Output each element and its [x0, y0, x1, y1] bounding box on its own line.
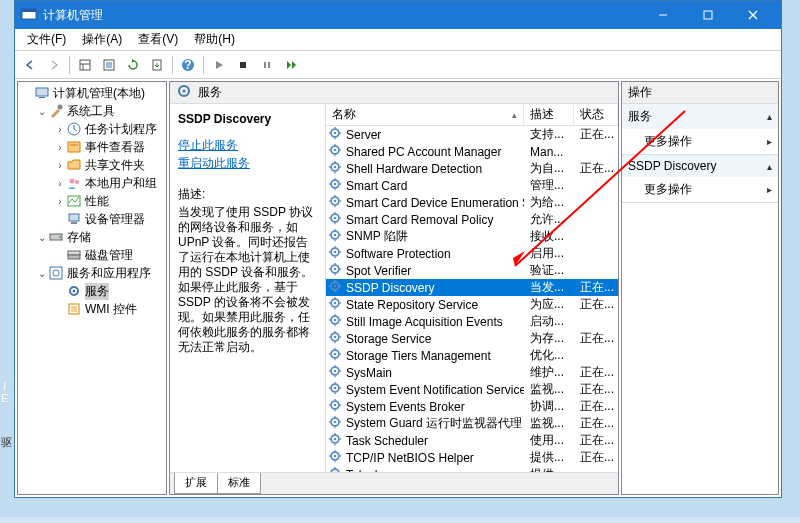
svg-point-91 — [334, 268, 337, 271]
service-name: Storage Tiers Management — [346, 349, 491, 363]
menubar: 文件(F) 操作(A) 查看(V) 帮助(H) — [15, 29, 781, 51]
service-row[interactable]: State Repository Service为应...正在... — [326, 296, 618, 313]
list-body[interactable]: Server支持...正在...Shared PC Account Manage… — [326, 126, 618, 472]
menu-help[interactable]: 帮助(H) — [186, 29, 243, 50]
actions-more-services[interactable]: 更多操作▸ — [622, 129, 778, 154]
minimize-button[interactable] — [640, 1, 685, 29]
svg-point-109 — [334, 319, 337, 322]
service-row[interactable]: System Guard 运行时监视器代理监视...正在... — [326, 415, 618, 432]
svg-point-79 — [334, 234, 337, 237]
help-button[interactable]: ? — [177, 54, 199, 76]
restart-service-link[interactable]: 重启动此服务 — [178, 154, 319, 172]
service-row[interactable]: Spot Verifier验证... — [326, 262, 618, 279]
tree-task-scheduler[interactable]: ›任务计划程序 — [18, 120, 166, 138]
service-name: Spot Verifier — [346, 264, 411, 278]
gear-icon — [328, 245, 346, 262]
app-icon — [21, 7, 37, 23]
menu-action[interactable]: 操作(A) — [74, 29, 130, 50]
service-row[interactable]: Shell Hardware Detection为自...正在... — [326, 160, 618, 177]
svg-point-31 — [59, 236, 61, 238]
forward-button[interactable] — [43, 54, 65, 76]
service-row[interactable]: Still Image Acquisition Events启动... — [326, 313, 618, 330]
column-status[interactable]: 状态 — [574, 104, 618, 125]
stop-service-link[interactable]: 停止此服务 — [178, 136, 319, 154]
service-name: Still Image Acquisition Events — [346, 315, 503, 329]
actions-pane: 操作 服务▴ 更多操作▸ SSDP Discovery▴ 更多操作▸ — [621, 81, 779, 495]
service-row[interactable]: Smart Card Device Enumeration Service为给.… — [326, 194, 618, 211]
tree-wmi[interactable]: WMI 控件 — [18, 300, 166, 318]
start-service-button[interactable] — [208, 54, 230, 76]
svg-rect-3 — [704, 11, 712, 19]
service-row[interactable]: Storage Service为存...正在... — [326, 330, 618, 347]
actions-section-services[interactable]: 服务▴ — [622, 104, 778, 129]
tree-system-tools[interactable]: ⌄系统工具 — [18, 102, 166, 120]
service-name: Shell Hardware Detection — [346, 162, 482, 176]
gear-icon — [328, 177, 346, 194]
computer-management-window: 计算机管理 文件(F) 操作(A) 查看(V) 帮助(H) ? 计算机管理(本地… — [14, 0, 782, 498]
tree-local-users[interactable]: ›本地用户和组 — [18, 174, 166, 192]
service-row[interactable]: Storage Tiers Management优化... — [326, 347, 618, 364]
service-desc: 优化... — [524, 347, 574, 364]
tab-extended[interactable]: 扩展 — [174, 473, 218, 494]
service-row[interactable]: System Event Notification Service监视...正在… — [326, 381, 618, 398]
stop-service-button[interactable] — [232, 54, 254, 76]
maximize-button[interactable] — [685, 1, 730, 29]
actions-more-selected[interactable]: 更多操作▸ — [622, 177, 778, 202]
service-row[interactable]: SSDP Discovery当发...正在... — [326, 279, 618, 296]
taskbar[interactable] — [0, 517, 800, 523]
service-desc: 为自... — [524, 160, 574, 177]
pause-service-button[interactable] — [256, 54, 278, 76]
svg-point-73 — [334, 217, 337, 220]
service-row[interactable]: Server支持...正在... — [326, 126, 618, 143]
gear-icon — [328, 313, 346, 330]
service-name: Smart Card — [346, 179, 407, 193]
service-desc: 允许... — [524, 211, 574, 228]
service-row[interactable]: System Events Broker协调...正在... — [326, 398, 618, 415]
titlebar[interactable]: 计算机管理 — [15, 1, 781, 29]
tree-services[interactable]: 服务 — [18, 282, 166, 300]
service-row[interactable]: SNMP 陷阱接收... — [326, 228, 618, 245]
tree-performance[interactable]: ›性能 — [18, 192, 166, 210]
tree-shared-folders[interactable]: ›共享文件夹 — [18, 156, 166, 174]
tree-services-apps[interactable]: ⌄服务和应用程序 — [18, 264, 166, 282]
service-status: 正在... — [574, 279, 618, 296]
service-row[interactable]: TCP/IP NetBIOS Helper提供...正在... — [326, 449, 618, 466]
tree-event-viewer[interactable]: ›事件查看器 — [18, 138, 166, 156]
restart-service-button[interactable] — [280, 54, 302, 76]
service-desc: 启用... — [524, 245, 574, 262]
menu-view[interactable]: 查看(V) — [130, 29, 186, 50]
device-icon — [66, 211, 82, 227]
service-name: SNMP 陷阱 — [346, 228, 408, 245]
service-desc: 监视... — [524, 415, 574, 432]
navigation-tree[interactable]: 计算机管理(本地) ⌄系统工具 ›任务计划程序 ›事件查看器 ›共享文件夹 ›本… — [17, 81, 167, 495]
actions-section-selected[interactable]: SSDP Discovery▴ — [622, 155, 778, 177]
service-row[interactable]: Software Protection启用... — [326, 245, 618, 262]
show-hide-tree-button[interactable] — [74, 54, 96, 76]
tree-disk-mgmt[interactable]: 磁盘管理 — [18, 246, 166, 264]
back-button[interactable] — [19, 54, 41, 76]
service-row[interactable]: Shared PC Account ManagerMan... — [326, 143, 618, 160]
tab-standard[interactable]: 标准 — [217, 473, 261, 494]
close-button[interactable] — [730, 1, 775, 29]
tree-device-manager[interactable]: 设备管理器 — [18, 210, 166, 228]
disk-icon — [66, 247, 82, 263]
toolbar: ? — [15, 51, 781, 79]
service-row[interactable]: Smart Card管理... — [326, 177, 618, 194]
service-row[interactable]: Smart Card Removal Policy允许... — [326, 211, 618, 228]
refresh-button[interactable] — [122, 54, 144, 76]
list-header[interactable]: 名称▴ 描述 状态 — [326, 104, 618, 126]
service-row[interactable]: SysMain维护...正在... — [326, 364, 618, 381]
gear-icon — [328, 228, 346, 245]
column-desc[interactable]: 描述 — [524, 104, 574, 125]
column-name[interactable]: 名称▴ — [326, 104, 524, 125]
export-button[interactable] — [146, 54, 168, 76]
properties-button[interactable] — [98, 54, 120, 76]
service-desc: 当发... — [524, 279, 574, 296]
menu-file[interactable]: 文件(F) — [19, 29, 74, 50]
gear-icon — [328, 262, 346, 279]
tree-root[interactable]: 计算机管理(本地) — [18, 84, 166, 102]
gear-icon — [328, 160, 346, 177]
svg-point-121 — [334, 353, 337, 356]
service-row[interactable]: Task Scheduler使用...正在... — [326, 432, 618, 449]
tree-storage[interactable]: ⌄存储 — [18, 228, 166, 246]
